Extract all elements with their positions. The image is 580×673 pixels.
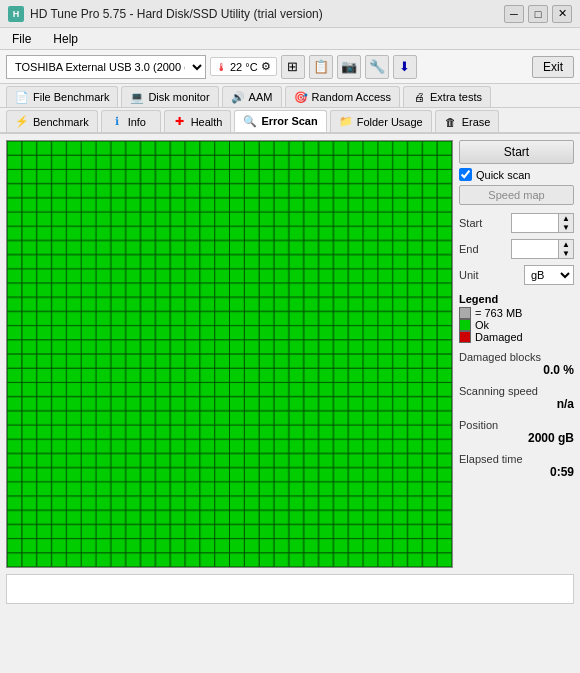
disk-selector[interactable]: TOSHIBA External USB 3.0 (2000 gB...: [6, 55, 206, 79]
legend-title: Legend: [459, 293, 574, 305]
tab-aam[interactable]: 🔊 AAM: [222, 86, 282, 107]
start-spin-down[interactable]: ▼: [559, 223, 573, 232]
tab-benchmark-label: Benchmark: [33, 116, 89, 128]
legend-gray-box: [459, 307, 471, 319]
unit-label: Unit: [459, 269, 479, 281]
aam-icon: 🔊: [231, 90, 245, 104]
start-button[interactable]: Start: [459, 140, 574, 164]
health-icon: ✚: [173, 115, 187, 129]
start-input-wrap: 0 ▲ ▼: [511, 213, 574, 233]
legend-section: Legend = 763 MB Ok Damaged: [459, 293, 574, 343]
file-benchmark-icon: 📄: [15, 90, 29, 104]
end-field-row: End 2000 ▲ ▼: [459, 239, 574, 259]
damaged-blocks-label: Damaged blocks: [459, 351, 574, 363]
error-scan-icon: 🔍: [243, 114, 257, 128]
scanning-speed-value: n/a: [459, 397, 574, 411]
tab-disk-monitor[interactable]: 💻 Disk monitor: [121, 86, 218, 107]
title-bar-controls: ─ □ ✕: [504, 5, 572, 23]
scan-area: [6, 140, 453, 568]
start-spin-up[interactable]: ▲: [559, 214, 573, 223]
temp-unit: °C: [245, 61, 257, 73]
speed-map-button: Speed map: [459, 185, 574, 205]
random-access-icon: 🎯: [294, 90, 308, 104]
tab-health[interactable]: ✚ Health: [164, 110, 232, 132]
tab-error-scan[interactable]: 🔍 Error Scan: [234, 110, 326, 132]
toolbar-icon-1[interactable]: ⊞: [281, 55, 305, 79]
thermometer-icon: 🌡: [216, 61, 227, 73]
end-input[interactable]: 2000: [512, 240, 558, 258]
legend-red-box: [459, 331, 471, 343]
tab-extra-tests[interactable]: 🖨 Extra tests: [403, 86, 491, 107]
tab-erase-label: Erase: [462, 116, 491, 128]
quick-scan-checkbox[interactable]: [459, 168, 472, 181]
end-input-wrap: 2000 ▲ ▼: [511, 239, 574, 259]
start-input[interactable]: 0: [512, 214, 558, 232]
tab-extra-tests-label: Extra tests: [430, 91, 482, 103]
menu-help[interactable]: Help: [47, 30, 84, 48]
tab-file-benchmark[interactable]: 📄 File Benchmark: [6, 86, 118, 107]
disk-monitor-icon: 💻: [130, 90, 144, 104]
position-section: Position 2000 gB: [459, 419, 574, 445]
position-value: 2000 gB: [459, 431, 574, 445]
toolbar-icon-2[interactable]: 📋: [309, 55, 333, 79]
end-spin-up[interactable]: ▲: [559, 240, 573, 249]
damaged-blocks-section: Damaged blocks 0.0 %: [459, 351, 574, 377]
tab-info-label: Info: [128, 116, 146, 128]
legend-size-label: = 763 MB: [475, 307, 522, 319]
maximize-button[interactable]: □: [528, 5, 548, 23]
toolbar-icon-5[interactable]: ⬇: [393, 55, 417, 79]
scanning-speed-label: Scanning speed: [459, 385, 574, 397]
tabs-row2: ⚡ Benchmark ℹ Info ✚ Health 🔍 Error Scan…: [0, 108, 580, 134]
legend-damaged-label: Damaged: [475, 331, 523, 343]
legend-size-item: = 763 MB: [459, 307, 574, 319]
end-spin-down[interactable]: ▼: [559, 249, 573, 258]
toolbar-icon-4[interactable]: 🔧: [365, 55, 389, 79]
info-icon: ℹ: [110, 115, 124, 129]
tab-info[interactable]: ℹ Info: [101, 110, 161, 132]
window-title: HD Tune Pro 5.75 - Hard Disk/SSD Utility…: [30, 7, 323, 21]
end-spinners: ▲ ▼: [558, 240, 573, 258]
position-label: Position: [459, 419, 574, 431]
legend-damaged-item: Damaged: [459, 331, 574, 343]
tab-folder-usage-label: Folder Usage: [357, 116, 423, 128]
quick-scan-row: Quick scan: [459, 168, 574, 181]
unit-selector[interactable]: gB MB kB: [524, 265, 574, 285]
folder-usage-icon: 📁: [339, 115, 353, 129]
menu-bar: File Help: [0, 28, 580, 50]
tab-aam-label: AAM: [249, 91, 273, 103]
minimize-button[interactable]: ─: [504, 5, 524, 23]
tab-random-access[interactable]: 🎯 Random Access: [285, 86, 400, 107]
damaged-blocks-value: 0.0 %: [459, 363, 574, 377]
tab-folder-usage[interactable]: 📁 Folder Usage: [330, 110, 432, 132]
status-bar: [6, 574, 574, 604]
tab-erase[interactable]: 🗑 Erase: [435, 110, 500, 132]
tab-health-label: Health: [191, 116, 223, 128]
legend-green-box: [459, 319, 471, 331]
tabs-row1: 📄 File Benchmark 💻 Disk monitor 🔊 AAM 🎯 …: [0, 84, 580, 108]
toolbar: TOSHIBA External USB 3.0 (2000 gB... 🌡 2…: [0, 50, 580, 84]
right-panel: Start Quick scan Speed map Start 0 ▲ ▼: [459, 140, 574, 568]
tab-error-scan-label: Error Scan: [261, 115, 317, 127]
scanning-speed-section: Scanning speed n/a: [459, 385, 574, 411]
quick-scan-label: Quick scan: [476, 169, 530, 181]
exit-button[interactable]: Exit: [532, 56, 574, 78]
temperature-value: 22: [230, 61, 242, 73]
legend-ok-item: Ok: [459, 319, 574, 331]
app-icon: H: [8, 6, 24, 22]
start-label: Start: [459, 217, 482, 229]
legend-ok-label: Ok: [475, 319, 489, 331]
extra-tests-icon: 🖨: [412, 90, 426, 104]
start-field-row: Start 0 ▲ ▼: [459, 213, 574, 233]
erase-icon: 🗑: [444, 115, 458, 129]
elapsed-time-value: 0:59: [459, 465, 574, 479]
close-button[interactable]: ✕: [552, 5, 572, 23]
menu-file[interactable]: File: [6, 30, 37, 48]
toolbar-icon-3[interactable]: 📷: [337, 55, 361, 79]
scan-canvas: [7, 141, 452, 567]
end-label: End: [459, 243, 479, 255]
tab-benchmark[interactable]: ⚡ Benchmark: [6, 110, 98, 132]
cpu-icon: ⚙: [261, 60, 271, 73]
tab-random-access-label: Random Access: [312, 91, 391, 103]
tab-disk-monitor-label: Disk monitor: [148, 91, 209, 103]
benchmark-icon: ⚡: [15, 115, 29, 129]
